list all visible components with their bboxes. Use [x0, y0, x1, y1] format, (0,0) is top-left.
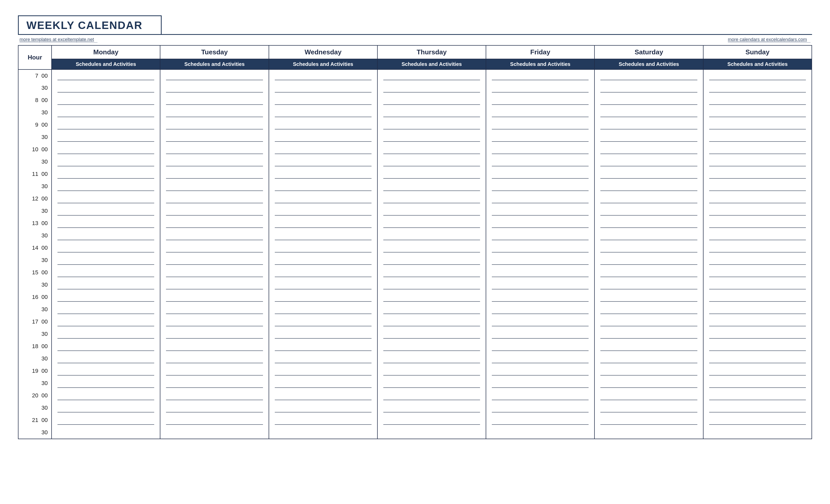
schedule-slot[interactable] — [160, 365, 268, 377]
schedule-slot[interactable] — [269, 402, 377, 414]
calendars-link[interactable]: more calendars at excelcalendars.com — [728, 37, 810, 42]
schedule-slot[interactable] — [269, 143, 377, 156]
schedule-slot[interactable] — [595, 279, 703, 291]
schedule-slot[interactable] — [52, 426, 160, 439]
schedule-slot[interactable] — [377, 328, 486, 340]
schedule-slot[interactable] — [52, 414, 160, 426]
schedule-slot[interactable] — [160, 266, 268, 279]
schedule-slot[interactable] — [486, 156, 595, 168]
schedule-slot[interactable] — [703, 390, 812, 402]
schedule-slot[interactable] — [52, 193, 160, 205]
schedule-slot[interactable] — [269, 156, 377, 168]
schedule-slot[interactable] — [269, 193, 377, 205]
schedule-slot[interactable] — [595, 168, 703, 180]
schedule-slot[interactable] — [595, 94, 703, 106]
schedule-slot[interactable] — [160, 352, 268, 365]
schedule-slot[interactable] — [377, 390, 486, 402]
schedule-slot[interactable] — [160, 119, 268, 131]
schedule-slot[interactable] — [269, 414, 377, 426]
schedule-slot[interactable] — [160, 94, 268, 106]
schedule-slot[interactable] — [377, 82, 486, 94]
schedule-slot[interactable] — [377, 131, 486, 143]
schedule-slot[interactable] — [160, 143, 268, 156]
schedule-slot[interactable] — [377, 426, 486, 439]
schedule-slot[interactable] — [160, 414, 268, 426]
schedule-slot[interactable] — [703, 402, 812, 414]
schedule-slot[interactable] — [269, 242, 377, 254]
schedule-slot[interactable] — [52, 390, 160, 402]
schedule-slot[interactable] — [595, 365, 703, 377]
schedule-slot[interactable] — [377, 217, 486, 229]
schedule-slot[interactable] — [52, 315, 160, 328]
schedule-slot[interactable] — [160, 402, 268, 414]
schedule-slot[interactable] — [486, 266, 595, 279]
schedule-slot[interactable] — [377, 340, 486, 352]
schedule-slot[interactable] — [52, 229, 160, 242]
schedule-slot[interactable] — [160, 180, 268, 193]
schedule-slot[interactable] — [486, 82, 595, 94]
schedule-slot[interactable] — [486, 193, 595, 205]
schedule-slot[interactable] — [160, 340, 268, 352]
schedule-slot[interactable] — [486, 352, 595, 365]
schedule-slot[interactable] — [486, 303, 595, 315]
schedule-slot[interactable] — [703, 217, 812, 229]
schedule-slot[interactable] — [595, 352, 703, 365]
schedule-slot[interactable] — [486, 390, 595, 402]
schedule-slot[interactable] — [595, 303, 703, 315]
schedule-slot[interactable] — [595, 242, 703, 254]
schedule-slot[interactable] — [377, 254, 486, 266]
schedule-slot[interactable] — [160, 131, 268, 143]
schedule-slot[interactable] — [160, 254, 268, 266]
schedule-slot[interactable] — [160, 328, 268, 340]
schedule-slot[interactable] — [269, 352, 377, 365]
schedule-slot[interactable] — [703, 254, 812, 266]
schedule-slot[interactable] — [486, 279, 595, 291]
schedule-slot[interactable] — [486, 254, 595, 266]
schedule-slot[interactable] — [486, 168, 595, 180]
schedule-slot[interactable] — [52, 266, 160, 279]
schedule-slot[interactable] — [703, 315, 812, 328]
schedule-slot[interactable] — [703, 303, 812, 315]
schedule-slot[interactable] — [703, 377, 812, 390]
schedule-slot[interactable] — [703, 242, 812, 254]
schedule-slot[interactable] — [52, 205, 160, 217]
schedule-slot[interactable] — [595, 266, 703, 279]
schedule-slot[interactable] — [595, 315, 703, 328]
schedule-slot[interactable] — [595, 119, 703, 131]
schedule-slot[interactable] — [160, 217, 268, 229]
schedule-slot[interactable] — [269, 303, 377, 315]
schedule-slot[interactable] — [377, 156, 486, 168]
schedule-slot[interactable] — [377, 119, 486, 131]
schedule-slot[interactable] — [377, 205, 486, 217]
schedule-slot[interactable] — [595, 377, 703, 390]
schedule-slot[interactable] — [52, 365, 160, 377]
schedule-slot[interactable] — [269, 340, 377, 352]
schedule-slot[interactable] — [377, 180, 486, 193]
schedule-slot[interactable] — [703, 131, 812, 143]
schedule-slot[interactable] — [52, 180, 160, 193]
schedule-slot[interactable] — [160, 156, 268, 168]
schedule-slot[interactable] — [486, 131, 595, 143]
schedule-slot[interactable] — [486, 328, 595, 340]
schedule-slot[interactable] — [160, 82, 268, 94]
schedule-slot[interactable] — [595, 390, 703, 402]
templates-link[interactable]: more templates at exceltemplate.net — [20, 37, 97, 42]
schedule-slot[interactable] — [377, 106, 486, 119]
schedule-slot[interactable] — [160, 229, 268, 242]
schedule-slot[interactable] — [703, 168, 812, 180]
schedule-slot[interactable] — [52, 217, 160, 229]
schedule-slot[interactable] — [52, 82, 160, 94]
schedule-slot[interactable] — [595, 205, 703, 217]
schedule-slot[interactable] — [377, 168, 486, 180]
schedule-slot[interactable] — [703, 352, 812, 365]
schedule-slot[interactable] — [269, 217, 377, 229]
schedule-slot[interactable] — [160, 69, 268, 82]
schedule-slot[interactable] — [595, 217, 703, 229]
schedule-slot[interactable] — [160, 303, 268, 315]
schedule-slot[interactable] — [595, 229, 703, 242]
schedule-slot[interactable] — [52, 377, 160, 390]
schedule-slot[interactable] — [595, 106, 703, 119]
schedule-slot[interactable] — [160, 426, 268, 439]
schedule-slot[interactable] — [377, 291, 486, 303]
schedule-slot[interactable] — [377, 266, 486, 279]
